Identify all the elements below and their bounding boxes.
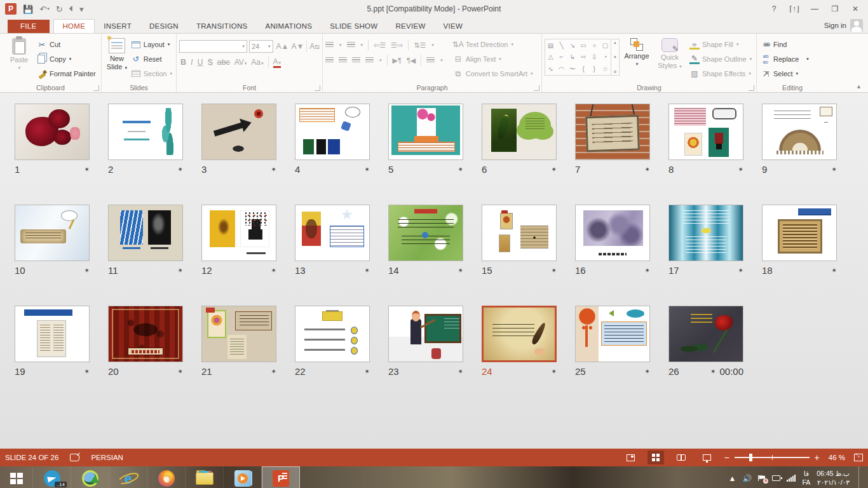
transition-star-icon[interactable]: ✶ <box>710 368 715 375</box>
shape-glyph-icon[interactable]: 〜 <box>569 65 576 74</box>
volume-icon[interactable]: 🔊 <box>742 474 752 483</box>
align-right-button[interactable] <box>352 57 360 64</box>
zoom-slider[interactable] <box>735 457 810 458</box>
cut-button[interactable]: Cut <box>37 38 96 51</box>
clear-formatting-button[interactable]: A⧅ <box>309 42 320 51</box>
transition-star-icon[interactable]: ✶ <box>365 267 370 274</box>
slide-thumbnail-25[interactable] <box>575 306 650 362</box>
increase-font-size-button[interactable]: A▲ <box>276 42 289 51</box>
shape-glyph-icon[interactable]: △ <box>548 53 553 60</box>
italic-button[interactable]: I <box>191 58 193 67</box>
hidden-icons-chevron[interactable]: ▲ <box>729 474 736 483</box>
tab-view[interactable]: VIEW <box>435 20 472 33</box>
decrease-indent-button[interactable]: ⇦☰ <box>374 41 386 50</box>
taskbar-file-explorer[interactable] <box>186 466 224 488</box>
character-spacing-button[interactable]: AV▾ <box>234 58 247 67</box>
text-shadow-button[interactable]: S <box>208 58 213 67</box>
shape-glyph-icon[interactable]: ◠ <box>559 65 564 72</box>
shape-glyph-icon[interactable]: ☆ <box>602 65 608 72</box>
shape-glyph-icon[interactable]: ╲ <box>560 42 564 49</box>
convert-to-smartart-button[interactable]: ⧉Convert to SmartArt▾ <box>453 67 533 80</box>
shape-glyph-icon[interactable]: ⌐ <box>560 53 564 60</box>
reset-button[interactable]: Reset <box>131 53 172 65</box>
transition-star-icon[interactable]: ✶ <box>832 166 837 173</box>
zoom-in-button[interactable]: + <box>815 452 820 463</box>
tab-file[interactable]: FILE <box>8 20 50 33</box>
shape-glyph-icon[interactable]: ↳ <box>570 53 575 60</box>
language-indicator[interactable]: PERSIAN <box>91 454 123 461</box>
transition-star-icon[interactable]: ✶ <box>178 166 183 173</box>
shape-glyph-icon[interactable]: ⇨ <box>581 53 586 60</box>
format-painter-button[interactable]: Format Painter <box>37 67 96 80</box>
help-icon[interactable]: ? <box>765 2 783 16</box>
slide-thumbnail-10[interactable] <box>15 205 90 261</box>
transition-star-icon[interactable]: ✶ <box>738 166 743 173</box>
slide-thumbnail-9[interactable] <box>762 104 837 160</box>
spell-check-icon[interactable] <box>70 454 79 461</box>
tab-insert[interactable]: INSERT <box>95 20 140 33</box>
shape-glyph-icon[interactable]: { <box>582 65 584 72</box>
transition-star-icon[interactable]: ✶ <box>178 368 183 375</box>
tab-slideshow[interactable]: SLIDE SHOW <box>321 20 386 33</box>
transition-star-icon[interactable]: ✶ <box>271 166 276 173</box>
close-icon[interactable]: ✕ <box>846 2 864 16</box>
font-dialog-launcher[interactable] <box>315 85 320 91</box>
drawing-dialog-launcher[interactable] <box>749 85 754 91</box>
slide-thumbnail-18[interactable] <box>762 205 837 261</box>
redo-icon[interactable]: ↻ <box>56 4 63 14</box>
taskbar-idm[interactable] <box>71 466 109 488</box>
transition-star-icon[interactable]: ✶ <box>365 368 370 375</box>
transition-star-icon[interactable]: ✶ <box>552 166 557 173</box>
transition-star-icon[interactable]: ✶ <box>271 368 276 375</box>
slide-thumbnail-16[interactable] <box>575 205 650 261</box>
slide-thumbnail-11[interactable] <box>108 205 183 261</box>
slide-thumbnail-26[interactable] <box>668 306 743 362</box>
font-name-combobox[interactable]: ▾ <box>179 40 247 53</box>
font-color-button[interactable]: A▾ <box>273 57 281 68</box>
paste-button[interactable]: Paste▾ <box>3 36 36 83</box>
change-case-button[interactable]: Aa▾ <box>251 58 263 67</box>
transition-star-icon[interactable]: ✶ <box>458 166 463 173</box>
section-button[interactable]: Section▾ <box>131 67 172 80</box>
numbering-button[interactable] <box>347 42 355 48</box>
shape-glyph-icon[interactable]: ▭ <box>580 42 586 49</box>
align-text-button[interactable]: ⊟Align Text▾ <box>453 53 533 65</box>
underline-button[interactable]: U <box>198 58 203 67</box>
transition-star-icon[interactable]: ✶ <box>738 267 743 274</box>
paragraph-dialog-launcher[interactable] <box>534 85 539 91</box>
network-signal-icon[interactable] <box>787 475 796 482</box>
columns-button[interactable] <box>426 57 435 64</box>
slide-thumbnail-1[interactable] <box>15 104 90 160</box>
slide-thumbnail-4[interactable] <box>295 104 370 160</box>
start-button[interactable] <box>0 466 33 488</box>
slide-thumbnail-21[interactable] <box>201 306 276 362</box>
copy-button[interactable]: Copy▾ <box>37 53 96 65</box>
transition-star-icon[interactable]: ✶ <box>645 368 650 375</box>
normal-view-button[interactable] <box>622 451 639 464</box>
shape-outline-button[interactable]: Shape Outline▾ <box>689 53 752 65</box>
arrange-button[interactable]: Arrange▾ <box>620 36 654 83</box>
taskbar-firefox[interactable] <box>147 466 186 488</box>
transition-star-icon[interactable]: ✶ <box>552 267 557 274</box>
find-button[interactable]: Find <box>761 38 809 51</box>
slide-thumbnail-22[interactable] <box>295 306 370 362</box>
rtl-direction-button[interactable]: ¶◀ <box>407 57 416 65</box>
replace-button[interactable]: abacReplace▾ <box>761 53 809 65</box>
shape-glyph-icon[interactable]: ∿ <box>548 65 553 72</box>
slide-thumbnail-2[interactable] <box>108 104 183 160</box>
transition-star-icon[interactable]: ✶ <box>552 368 557 375</box>
align-center-button[interactable] <box>339 57 347 64</box>
customize-qat-icon[interactable]: ▾ <box>79 4 84 14</box>
slide-thumbnail-3[interactable] <box>201 104 276 160</box>
show-desktop-button[interactable] <box>858 466 863 488</box>
shape-glyph-icon[interactable]: ↘ <box>570 42 575 49</box>
powerpoint-app-icon[interactable]: P <box>5 3 17 15</box>
slide-thumbnail-12[interactable] <box>201 205 276 261</box>
action-center-flag-icon[interactable] <box>758 475 766 481</box>
shape-glyph-icon[interactable]: ◔ <box>603 53 607 60</box>
slide-thumbnail-7[interactable] <box>575 104 650 160</box>
slide-thumbnail-20[interactable] <box>108 306 183 362</box>
tab-home[interactable]: HOME <box>53 19 95 33</box>
clipboard-dialog-launcher[interactable] <box>93 85 99 91</box>
taskbar-media-player[interactable] <box>224 466 262 488</box>
